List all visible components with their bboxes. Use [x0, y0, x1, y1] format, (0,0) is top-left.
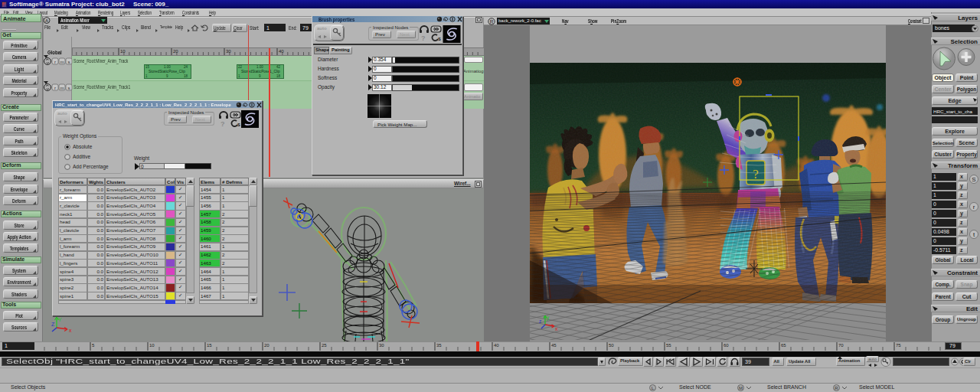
svg-text:?: ? — [421, 34, 426, 41]
svg-text:x: x — [555, 326, 558, 331]
svg-text:A: A — [45, 18, 48, 23]
svg-text:55: 55 — [666, 343, 671, 348]
svg-text:S: S — [972, 176, 975, 183]
svg-text:m: m — [60, 86, 64, 90]
svg-text:m: m — [60, 60, 64, 64]
svg-text:75: 75 — [896, 343, 901, 348]
svg-text:25: 25 — [322, 343, 327, 348]
svg-text:R: R — [835, 386, 838, 390]
svg-text:45: 45 — [551, 343, 557, 348]
svg-text:20: 20 — [173, 49, 178, 54]
svg-text:R: R — [490, 18, 494, 24]
svg-text:40: 40 — [279, 49, 284, 54]
svg-text:50: 50 — [609, 343, 614, 348]
svg-text:y: y — [547, 315, 550, 321]
svg-text:r: r — [973, 204, 975, 211]
svg-text:65: 65 — [781, 343, 786, 348]
svg-text:10: 10 — [120, 49, 126, 54]
svg-text:5: 5 — [92, 343, 95, 348]
svg-text:z: z — [539, 318, 541, 324]
svg-text:30: 30 — [226, 49, 231, 54]
svg-text:s: s — [237, 122, 240, 127]
svg-text:60: 60 — [724, 343, 729, 348]
svg-text:r: r — [54, 86, 56, 90]
svg-text:10: 10 — [149, 343, 155, 348]
svg-text:s: s — [438, 36, 441, 41]
svg-text:x: x — [69, 328, 72, 333]
svg-text:r: r — [54, 60, 56, 64]
svg-text:Y: Y — [58, 317, 62, 322]
svg-text:35: 35 — [436, 343, 442, 348]
svg-text:70: 70 — [838, 343, 844, 348]
svg-text:30: 30 — [379, 343, 384, 348]
svg-text:20: 20 — [264, 343, 270, 348]
svg-text:s: s — [68, 86, 70, 90]
svg-text:40: 40 — [494, 343, 499, 348]
svg-text:15: 15 — [207, 343, 212, 348]
svg-text:M: M — [739, 386, 743, 390]
svg-text:s: s — [68, 60, 70, 64]
svg-text:Z: Z — [51, 322, 55, 327]
svg-text:?: ? — [220, 120, 225, 127]
